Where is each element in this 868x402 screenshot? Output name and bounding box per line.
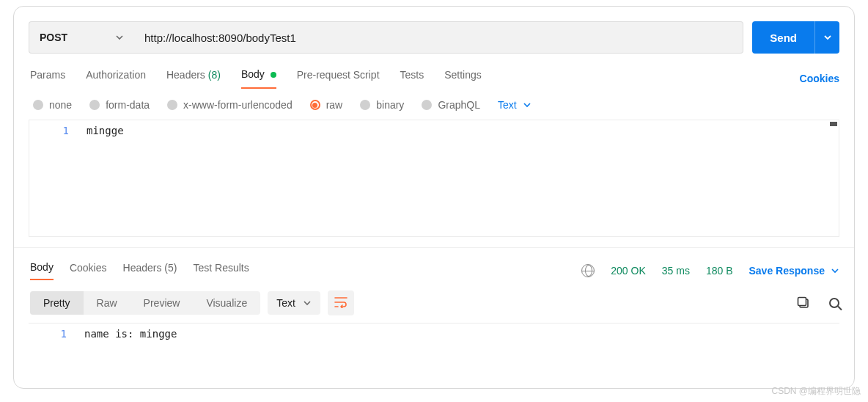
watermark-text: CSDN @编程界明世隐 xyxy=(771,385,861,398)
line-gutter: 1 xyxy=(29,324,78,349)
response-toolbar: Pretty Raw Preview Visualize Text xyxy=(14,280,854,323)
code-line: name is: mingge xyxy=(84,328,177,340)
tab-headers-count: (8) xyxy=(208,69,221,81)
http-method-value: POST xyxy=(40,32,67,43)
body-type-label: raw xyxy=(326,99,343,111)
code-line: mingge xyxy=(87,125,124,136)
url-value: http://localhost:8090/bodyTest1 xyxy=(144,32,296,44)
send-button[interactable]: Send xyxy=(752,21,814,54)
view-raw-button[interactable]: Raw xyxy=(84,291,130,315)
body-type-none[interactable]: none xyxy=(33,99,72,111)
body-type-graphql[interactable]: GraphQL xyxy=(422,99,480,111)
globe-icon[interactable] xyxy=(581,264,595,277)
body-type-binary[interactable]: binary xyxy=(360,99,404,111)
body-type-raw[interactable]: raw xyxy=(310,99,343,111)
radio-selected-icon xyxy=(310,100,320,110)
radio-icon xyxy=(360,100,370,110)
svg-rect-1 xyxy=(798,298,806,306)
response-content-type-select[interactable]: Text xyxy=(268,291,320,315)
tab-authorization[interactable]: Authorization xyxy=(86,69,146,88)
view-preview-button[interactable]: Preview xyxy=(130,291,194,315)
view-pretty-button[interactable]: Pretty xyxy=(30,291,84,315)
body-type-label: none xyxy=(49,99,72,111)
app-window: POST http://localhost:8090/bodyTest1 Sen… xyxy=(13,6,855,389)
resp-tab-body[interactable]: Body xyxy=(30,261,54,280)
body-type-label: binary xyxy=(376,99,404,111)
code-content: mingge xyxy=(81,120,124,236)
radio-icon xyxy=(33,100,43,110)
send-dropdown-button[interactable] xyxy=(814,21,839,54)
tab-headers[interactable]: Headers (8) xyxy=(166,69,221,88)
response-view-segment: Pretty Raw Preview Visualize xyxy=(30,291,260,315)
chevron-down-icon xyxy=(823,33,832,42)
tab-headers-label: Headers xyxy=(166,69,205,81)
resp-tab-headers[interactable]: Headers (5) xyxy=(123,262,177,279)
wrap-lines-button[interactable] xyxy=(328,290,354,315)
response-tabs: Body Cookies Headers (5) Test Results 20… xyxy=(14,247,854,280)
line-number: 1 xyxy=(29,328,67,340)
dot-indicator-icon xyxy=(271,72,276,78)
code-content: name is: mingge xyxy=(78,324,177,349)
radio-icon xyxy=(422,100,432,110)
status-text-value: OK xyxy=(631,265,646,277)
tab-tests[interactable]: Tests xyxy=(400,69,424,88)
raw-content-type-select[interactable]: Text xyxy=(498,99,532,111)
send-group: Send xyxy=(752,21,839,54)
body-type-label: GraphQL xyxy=(438,99,480,111)
scrollbar-thumb[interactable] xyxy=(830,122,837,126)
http-method-select[interactable]: POST xyxy=(29,21,134,54)
content-type-value: Text xyxy=(498,99,517,111)
body-type-label: form-data xyxy=(106,99,150,111)
line-number: 1 xyxy=(29,125,69,136)
chevron-down-icon xyxy=(115,33,124,42)
tab-body-label: Body xyxy=(241,68,265,80)
chevron-down-icon xyxy=(523,100,532,109)
tab-body[interactable]: Body xyxy=(241,68,276,89)
save-response-button[interactable]: Save Response xyxy=(749,265,840,277)
body-type-label: x-www-form-urlencoded xyxy=(183,99,293,111)
tab-settings[interactable]: Settings xyxy=(444,69,482,88)
body-type-options: none form-data x-www-form-urlencoded raw… xyxy=(14,89,854,120)
request-row: POST http://localhost:8090/bodyTest1 Sen… xyxy=(14,7,854,54)
request-body-editor[interactable]: 1 mingge xyxy=(29,120,839,237)
response-body-editor[interactable]: 1 name is: mingge xyxy=(29,323,839,349)
tab-prerequest[interactable]: Pre-request Script xyxy=(297,69,380,88)
response-time: 35 ms xyxy=(662,265,690,277)
body-type-form-data[interactable]: form-data xyxy=(89,99,150,111)
resp-tab-cookies[interactable]: Cookies xyxy=(70,262,107,279)
chevron-down-icon xyxy=(831,266,839,275)
copy-icon[interactable] xyxy=(797,296,810,310)
response-size: 180 B xyxy=(706,265,733,277)
chevron-down-icon xyxy=(303,299,312,307)
response-content-type-value: Text xyxy=(276,297,295,309)
resp-headers-count: (5) xyxy=(164,262,177,274)
tab-params[interactable]: Params xyxy=(30,69,65,88)
status-code: 200 xyxy=(611,265,628,277)
search-icon[interactable] xyxy=(829,298,839,308)
resp-headers-label: Headers xyxy=(123,262,162,274)
radio-icon xyxy=(89,100,100,110)
save-response-label: Save Response xyxy=(749,265,825,277)
radio-icon xyxy=(167,100,177,110)
resp-tab-test-results[interactable]: Test Results xyxy=(193,262,249,279)
url-input[interactable]: http://localhost:8090/bodyTest1 xyxy=(134,21,743,54)
request-tabs: Params Authorization Headers (8) Body Pr… xyxy=(14,54,854,89)
wrap-icon xyxy=(334,296,347,310)
line-gutter: 1 xyxy=(29,120,81,236)
view-visualize-button[interactable]: Visualize xyxy=(193,291,260,315)
body-type-xform[interactable]: x-www-form-urlencoded xyxy=(167,99,293,111)
cookies-link[interactable]: Cookies xyxy=(800,73,839,84)
response-status: 200 OK xyxy=(611,265,645,277)
